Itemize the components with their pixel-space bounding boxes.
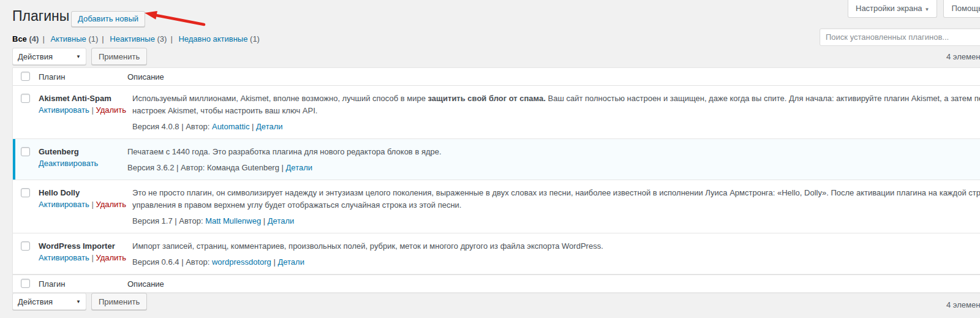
filter-separator: | [102,34,104,44]
plugin-name: Hello Dolly [39,187,126,199]
caret-down-icon: ▼ [76,54,81,59]
filter-separator: | [170,34,172,44]
plugin-description: Импорт записей, страниц, комментариев, п… [132,240,980,252]
filter-all[interactable]: Все (4) [12,34,39,44]
plugin-description: Печатаем с 1440 года. Это разработка пла… [127,146,980,158]
row-checkbox[interactable] [21,147,30,156]
add-new-button[interactable]: Добавить новый [71,11,145,27]
meta-separator: | [263,216,265,225]
filter-count: (1) [88,34,98,44]
bulk-actions-select[interactable]: Действия▼ [12,293,86,310]
author-link[interactable]: wordpressdotorg [212,257,271,267]
author-prefix: Автор: [186,257,209,267]
table-header-row: Плагин Описание [13,68,980,86]
help-button[interactable]: Помощь▼ [943,0,980,18]
item-count: 4 элемента [946,52,980,61]
meta-separator: | [181,257,183,267]
author-name: Команда Gutenberg [207,163,279,172]
action-separator: | [91,200,93,209]
screen-meta-tabs: Настройки экрана▼ Помощь▼ [848,0,980,18]
plugin-search [820,28,980,46]
delete-link[interactable]: Удалить [96,253,126,262]
status-filters: Все (4)| Активные (1)| Неактивные (3)| Н… [12,34,260,44]
plugins-admin-page: Настройки экрана▼ Помощь▼ Плагины Добави… [0,0,980,318]
item-count: 4 элемента [946,300,980,309]
meta-separator: | [273,257,275,267]
column-footer-description: Описание [127,279,980,289]
red-arrow-annotation [142,9,206,27]
table-row: Akismet Anti-Spam Активировать | Удалить… [13,86,980,139]
activate-link[interactable]: Активировать [39,200,89,209]
activate-link[interactable]: Активировать [39,105,89,115]
chevron-down-icon: ▼ [925,7,930,12]
plugin-version: Версия 3.6.2 [127,163,174,172]
column-header-plugin: Плагин [39,72,127,81]
table-row: WordPress Importer Активировать | Удалит… [13,233,980,274]
table-footer-row: Плагин Описание [13,274,980,292]
help-label: Помощь [951,4,980,13]
table-row: Hello Dolly Активировать | Удалить Это н… [13,180,980,233]
select-all-checkbox[interactable] [21,279,30,288]
details-link[interactable]: Детали [256,122,283,131]
plugin-meta: Версия 4.0.8 | Автор: Automattic | Детал… [132,121,980,133]
description-bold-text: защитить свой блог от спама. [428,94,546,103]
author-prefix: Автор: [181,163,205,172]
plugin-description: Это не просто плагин, он символизирует н… [132,187,980,199]
row-checkbox[interactable] [21,94,30,103]
filter-recently-active[interactable]: Недавно активные (1) [178,34,260,44]
column-header-description: Описание [127,72,980,81]
author-prefix: Автор: [186,122,209,131]
details-link[interactable]: Детали [268,216,295,225]
table-row: Gutenberg Деактивировать Печатаем с 1440… [13,139,980,180]
plugins-table: Плагин Описание Akismet Anti-Spam Активи… [12,67,980,293]
plugin-meta: Версия 3.6.2 | Автор: Команда Gutenberg … [127,162,980,174]
plugin-version: Версия 0.6.4 [132,257,179,267]
plugin-meta: Версия 1.7 | Автор: Matt Mullenweg | Дет… [132,215,980,227]
details-link[interactable]: Детали [277,257,304,267]
search-input[interactable] [820,28,980,46]
bulk-actions-selected-value: Действия [18,52,53,61]
plugin-description: управления в правом верхнем углу будет о… [132,199,980,211]
select-all-checkbox[interactable] [21,72,30,81]
screen-options-label: Настройки экрана [856,4,922,13]
plugin-name: Gutenberg [39,146,121,157]
meta-separator: | [175,216,176,225]
delete-link[interactable]: Удалить [96,105,126,115]
meta-separator: | [181,122,183,131]
filter-separator: | [42,34,44,44]
delete-link[interactable]: Удалить [96,200,126,209]
apply-button[interactable]: Применить [91,293,147,310]
row-checkbox[interactable] [21,188,30,197]
plugin-description: настроек Akismet, чтобы настроить ваш кл… [132,105,980,117]
plugin-name: Akismet Anti-Spam [39,93,126,104]
page-title: Плагины [12,8,69,25]
plugin-name: WordPress Importer [39,240,126,252]
meta-separator: | [252,122,254,131]
deactivate-link[interactable]: Деактивировать [39,159,98,168]
action-separator: | [91,253,93,262]
caret-down-icon: ▼ [76,299,81,305]
plugin-version: Версия 4.0.8 [132,122,179,131]
author-link[interactable]: Matt Mullenweg [205,216,261,225]
details-link[interactable]: Детали [286,163,313,172]
author-prefix: Автор: [179,216,203,225]
filter-count: (4) [29,34,39,44]
plugin-version: Версия 1.7 [132,216,173,225]
action-separator: | [91,105,93,115]
filter-count: (3) [157,34,167,44]
apply-button[interactable]: Применить [91,48,147,65]
screen-options-button[interactable]: Настройки экрана▼ [848,0,937,18]
plugin-meta: Версия 0.6.4 | Автор: wordpressdotorg | … [132,256,980,268]
bulk-actions-select[interactable]: Действия▼ [12,48,86,65]
filter-active[interactable]: Активные (1) [50,34,98,44]
row-checkbox[interactable] [21,241,30,251]
meta-separator: | [176,163,178,172]
filter-inactive[interactable]: Неактивные (3) [110,34,167,44]
plugin-description: Используемый миллионами, Akismet, вполне… [132,93,980,105]
filter-count: (1) [250,34,260,44]
column-footer-plugin: Плагин [39,279,127,289]
author-link[interactable]: Automattic [212,122,249,131]
meta-separator: | [282,163,284,172]
bulk-actions-selected-value: Действия [18,297,53,306]
activate-link[interactable]: Активировать [39,253,89,262]
